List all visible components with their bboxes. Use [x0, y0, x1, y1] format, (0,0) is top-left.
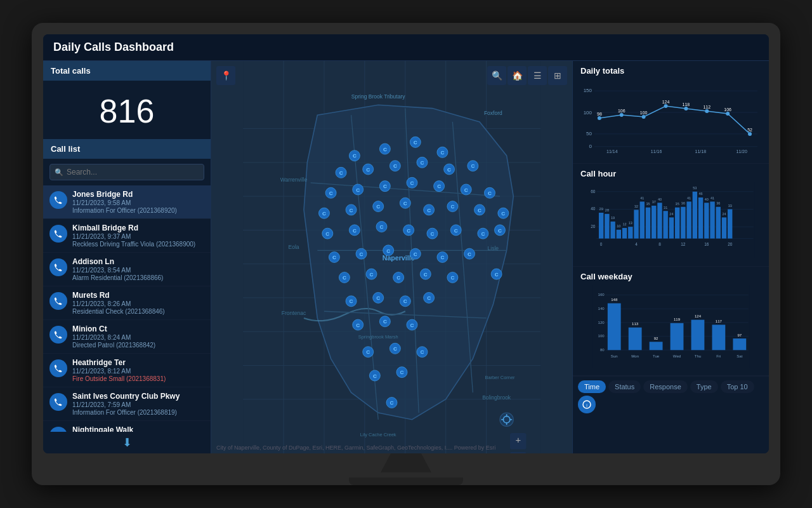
svg-rect-263	[671, 323, 684, 350]
svg-text:C: C	[396, 275, 400, 281]
call-item-address: Murets Rd	[72, 291, 204, 300]
svg-rect-205	[622, 228, 627, 239]
call-item-address: Nightingale Walk	[72, 425, 204, 432]
call-list-item[interactable]: Addison Ln 11/21/2023, 8:54 AM Alarm Res…	[43, 253, 211, 286]
svg-text:C: C	[367, 349, 370, 355]
call-list-item[interactable]: Jones Bridge Rd 11/21/2023, 9:58 AM Info…	[43, 185, 211, 219]
svg-point-175	[642, 115, 646, 119]
svg-text:C: C	[357, 323, 360, 328]
search-input[interactable]	[49, 164, 204, 180]
svg-text:13: 13	[629, 221, 632, 225]
svg-text:Lisle: Lisle	[488, 245, 499, 251]
svg-text:140: 140	[598, 307, 605, 311]
svg-rect-221	[669, 217, 674, 238]
download-icon: ⬇	[122, 436, 132, 449]
call-list-item[interactable]: Nightingale Walk 11/21/2023, 7:49 AM	[43, 421, 211, 432]
call-weekday-section: Call weekday 160 140 120 100 80	[573, 267, 769, 376]
map-right-tools: 🔍 🏠 ☰ ⊞	[487, 66, 567, 85]
svg-text:C: C	[427, 295, 431, 301]
svg-text:Springbrook Marsh: Springbrook Marsh	[358, 334, 398, 340]
svg-rect-261	[629, 328, 642, 351]
map-search-button[interactable]: 🔍	[487, 66, 506, 85]
svg-text:Mon: Mon	[631, 354, 639, 358]
call-list-item[interactable]: Saint Ives Country Club Pkwy 11/21/2023,…	[43, 387, 211, 421]
svg-point-179	[726, 112, 730, 116]
svg-text:i: i	[586, 403, 587, 408]
svg-text:C: C	[332, 255, 336, 260]
chart-tab-top10[interactable]: Top 10	[721, 380, 754, 393]
svg-text:C: C	[414, 251, 417, 257]
svg-text:C: C	[414, 140, 417, 145]
svg-text:Sun: Sun	[611, 354, 618, 358]
call-item-type: Fire Outside Small (2021368831)	[72, 375, 204, 382]
call-list-item[interactable]: Kimball Bridge Rd 11/21/2023, 9:37 AM Re…	[43, 219, 211, 253]
svg-text:40: 40	[658, 197, 662, 201]
svg-text:106: 106	[724, 107, 731, 112]
svg-text:C: C	[481, 231, 485, 237]
call-item-icon	[49, 191, 67, 209]
call-list-item[interactable]: Heathridge Ter 11/21/2023, 8:12 AM Fire …	[43, 354, 211, 387]
svg-text:8: 8	[658, 242, 661, 246]
svg-text:C: C	[441, 255, 445, 260]
search-icon: 🔍	[55, 168, 63, 177]
map-home-button[interactable]: 🏠	[508, 66, 527, 85]
call-weekday-chart: 160 140 120 100 80	[580, 285, 761, 368]
svg-point-177	[684, 107, 688, 110]
svg-rect-260	[608, 304, 621, 351]
svg-text:60: 60	[591, 189, 596, 194]
download-button[interactable]: ⬇	[43, 432, 211, 453]
svg-text:112: 112	[703, 105, 710, 109]
svg-text:C: C	[437, 184, 441, 189]
svg-text:Fri: Fri	[716, 354, 721, 358]
svg-text:148: 148	[611, 298, 618, 302]
svg-text:C: C	[464, 187, 468, 193]
call-item-address: Minion Ct	[72, 324, 204, 333]
chart-tab-status[interactable]: Status	[608, 380, 641, 393]
tab-circle-icon[interactable]: i	[578, 396, 596, 413]
call-list-item[interactable]: Minion Ct 11/21/2023, 8:24 AM Directed P…	[43, 320, 211, 354]
svg-rect-213	[646, 208, 650, 239]
left-panel: Total calls 816 Call list 🔍 Jones Bridge…	[43, 61, 211, 453]
map-left-tools: 📍	[216, 66, 235, 85]
map-locate-button[interactable]: 📍	[216, 66, 235, 85]
svg-text:33: 33	[728, 204, 732, 208]
map-list-button[interactable]: ☰	[528, 66, 547, 85]
chart-tab-response[interactable]: Response	[643, 380, 688, 393]
svg-text:C: C	[326, 231, 330, 237]
call-list-item[interactable]: Murets Rd 11/21/2023, 8:26 AM Residentia…	[43, 286, 211, 320]
svg-text:124: 124	[662, 100, 670, 104]
svg-text:C: C	[357, 187, 360, 193]
svg-text:0: 0	[600, 242, 603, 246]
call-item-time: 11/21/2023, 8:26 AM	[72, 300, 204, 307]
svg-text:92: 92	[654, 337, 658, 340]
daily-totals-title: Daily totals	[580, 66, 761, 76]
svg-rect-219	[664, 211, 668, 238]
svg-point-176	[664, 104, 668, 108]
svg-text:C: C	[400, 370, 404, 375]
call-item-time: 11/21/2023, 9:58 AM	[72, 199, 204, 206]
svg-text:160: 160	[598, 293, 605, 297]
svg-text:Foxford: Foxford	[484, 110, 502, 116]
svg-text:C: C	[495, 272, 499, 277]
chart-tab-type[interactable]: Type	[690, 380, 718, 393]
svg-text:12: 12	[681, 242, 686, 246]
svg-text:124: 124	[695, 314, 702, 318]
svg-rect-225	[681, 207, 685, 239]
svg-text:120: 120	[598, 321, 605, 324]
svg-text:117: 117	[716, 319, 723, 323]
svg-text:28: 28	[605, 208, 609, 212]
call-item-type: Residential Check (2021368846)	[72, 308, 204, 315]
call-item-type: Information For Officer (2021368819)	[72, 409, 204, 416]
chart-tab-time[interactable]: Time	[578, 380, 606, 393]
total-calls-value: 816	[43, 81, 211, 139]
svg-text:C: C	[441, 150, 445, 156]
svg-text:C: C	[403, 201, 407, 206]
svg-text:C: C	[377, 204, 381, 210]
svg-rect-233	[704, 203, 709, 238]
map-grid-button[interactable]: ⊞	[548, 66, 567, 85]
svg-text:C: C	[350, 208, 353, 213]
svg-text:C: C	[410, 323, 414, 328]
svg-rect-211	[640, 201, 645, 238]
svg-text:C: C	[373, 373, 377, 379]
svg-text:24: 24	[669, 212, 673, 216]
